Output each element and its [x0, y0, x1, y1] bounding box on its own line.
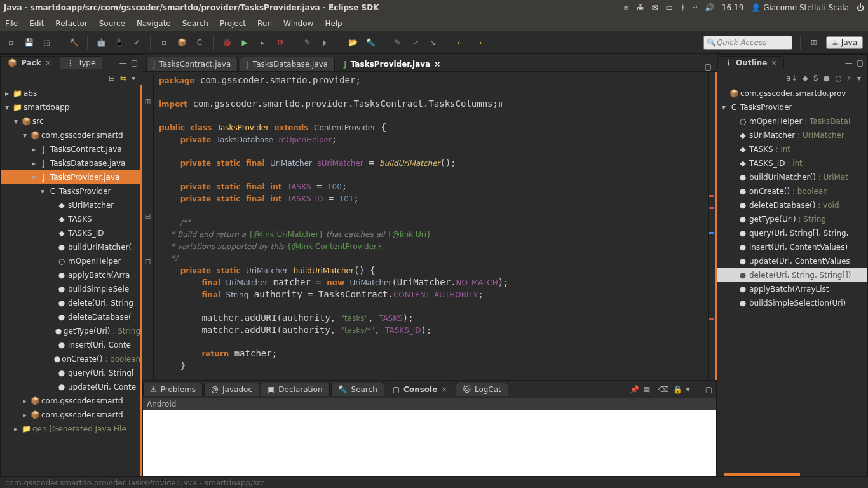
tab-outline[interactable]: ⋮ Outline × — [717, 56, 784, 69]
fold-icon[interactable]: ⊟ — [142, 212, 153, 223]
outline-row[interactable]: ●applyBatch(ArrayList — [717, 282, 867, 296]
back-icon[interactable]: ← — [455, 37, 466, 48]
tree-row[interactable]: ◆TASKS_ID — [1, 226, 140, 240]
new-test-icon[interactable]: ✎ — [302, 37, 313, 48]
print-icon[interactable]: 🖶 — [637, 3, 644, 12]
mail-icon[interactable]: ✉ — [652, 3, 658, 12]
outline-row[interactable]: ◆TASKS_ID : int — [717, 156, 867, 170]
outline-row[interactable]: ◆TASKS : int — [717, 142, 867, 156]
maximize-icon[interactable]: ▢ — [705, 385, 712, 394]
clock[interactable]: 16.19 — [722, 3, 743, 12]
outline-row[interactable]: 📦com.gsscoder.smartdo.prov — [717, 86, 867, 100]
tree-row[interactable]: ●onCreate() : boolean — [1, 352, 140, 366]
tree-row[interactable]: ○mOpenHelper — [1, 254, 140, 268]
battery-icon[interactable]: ▭ — [666, 3, 673, 12]
collapse-all-icon[interactable]: ⊟ — [109, 74, 115, 83]
new-icon[interactable]: ▫ — [5, 37, 17, 48]
search-icon[interactable]: 🔦 — [365, 37, 376, 48]
outline-tree[interactable]: 📦com.gsscoder.smartdo.prov▾CTasksProvide… — [717, 85, 867, 471]
minimize-icon[interactable]: — — [694, 385, 702, 394]
menu-project[interactable]: Project — [220, 19, 246, 28]
tab-javadoc[interactable]: @ Javadoc — [204, 383, 259, 396]
menu-source[interactable]: Source — [99, 19, 125, 28]
tab-package[interactable]: 📦 Pack × — [1, 56, 58, 69]
minimize-icon[interactable]: — — [845, 58, 853, 67]
tree-row[interactable]: ●query(Uri, String[ — [1, 366, 140, 380]
saveall-icon[interactable]: ⿻ — [41, 37, 52, 48]
tab-logcat[interactable]: 🐱 LogCat — [456, 383, 508, 396]
menu-help[interactable]: Help — [325, 19, 342, 28]
scroll-lock-icon[interactable]: 🔒 — [673, 385, 682, 394]
outline-row[interactable]: ●query(Uri, String[], String, — [717, 226, 867, 240]
tab-search[interactable]: 🔦 Search — [331, 383, 384, 396]
save-icon[interactable]: 💾 — [23, 37, 34, 48]
ext-tools-icon[interactable]: ⚙ — [275, 37, 286, 48]
focus-icon[interactable]: ⚡ — [847, 74, 852, 83]
outline-row[interactable]: ●insert(Uri, ContentValues) — [717, 240, 867, 254]
run-last-icon[interactable]: ▸ — [257, 37, 268, 48]
tree-row[interactable]: ▸JTasksDatabase.java — [1, 156, 140, 170]
perspective-java[interactable]: ☕ Java — [826, 36, 863, 49]
run-icon[interactable]: ▶ — [239, 37, 250, 48]
menu-file[interactable]: File — [5, 19, 18, 28]
display-console-icon[interactable]: ▤ — [643, 385, 650, 394]
menu-search[interactable]: Search — [182, 19, 208, 28]
build-icon[interactable]: 🔨 — [68, 37, 79, 48]
prev-ann-icon[interactable]: ↘ — [428, 37, 439, 48]
toggle-mark-icon[interactable]: ✎ — [392, 37, 403, 48]
open-console-icon[interactable]: ▾ — [686, 385, 690, 394]
outline-row[interactable]: ◆sUriMatcher : UriMatcher — [717, 128, 867, 142]
tree-row[interactable]: ●update(Uri, Conte — [1, 380, 140, 394]
fold-icon[interactable]: ⊞ — [142, 97, 153, 109]
editor-gutter[interactable]: ⊞ ⊟ ⊟ — [142, 72, 154, 380]
tree-row[interactable]: ▸📦com.gsscoder.smartd — [1, 394, 140, 408]
outline-row[interactable]: ●update(Uri, ContentValues — [717, 254, 867, 268]
editor-tab-provider[interactable]: J TasksProvider.java × — [337, 57, 447, 71]
wifi-icon[interactable]: ⌔ — [693, 3, 697, 12]
minimize-icon[interactable]: — — [119, 58, 127, 67]
outline-row[interactable]: ●delete(Uri, String, String[]) — [717, 268, 867, 282]
console-body[interactable] — [143, 410, 716, 476]
tab-console[interactable]: ▢ Console × — [386, 383, 455, 396]
tree-row[interactable]: ▾📦src — [1, 114, 140, 128]
close-icon[interactable]: × — [771, 58, 777, 67]
close-icon[interactable]: × — [434, 60, 440, 69]
tab-type[interactable]: ⋮ Type — [60, 56, 103, 69]
tree-row[interactable]: ●applyBatch(Arra — [1, 268, 140, 282]
minimize-icon[interactable]: — — [692, 62, 700, 71]
tree-row[interactable]: ▸📁abs — [1, 86, 140, 100]
tree-row[interactable]: ▾📁smartdoapp — [1, 100, 140, 114]
outline-row[interactable]: ●buildSimpleSelection(Uri) — [717, 296, 867, 310]
tree-row[interactable]: ▾CTasksProvider — [1, 184, 140, 198]
link-editor-icon[interactable]: ⇆ — [120, 74, 126, 83]
tree-row[interactable]: ●buildSimpleSele — [1, 282, 140, 296]
close-icon[interactable]: × — [45, 58, 51, 67]
android-sdk-icon[interactable]: 🤖 — [95, 37, 107, 48]
fold-icon[interactable]: ⊟ — [142, 257, 153, 269]
tree-row[interactable]: ●getType(Uri) : String — [1, 324, 140, 338]
outline-row[interactable]: ●onCreate() : boolean — [717, 184, 867, 198]
power-icon[interactable]: ⏻ — [857, 3, 864, 12]
tree-row[interactable]: ▸📦com.gsscoder.smartd — [1, 408, 140, 422]
tree-row[interactable]: ◆sUriMatcher — [1, 198, 140, 212]
new-project-icon[interactable]: ▫ — [158, 37, 170, 48]
debug-icon[interactable]: 🐞 — [221, 37, 233, 48]
overview-ruler[interactable] — [708, 72, 715, 380]
user-menu[interactable]: 👤 Giacomo Stelluti Scala — [751, 3, 849, 12]
view-menu-icon[interactable]: ▾ — [857, 74, 861, 83]
package-tree[interactable]: ▸📁abs▾📁smartdoapp▾📦src▾📦com.gsscoder.sma… — [1, 85, 142, 476]
code-area[interactable]: package com.gsscoder.smartdo.provider; i… — [154, 72, 708, 380]
maximize-icon[interactable]: ▢ — [131, 58, 138, 67]
tree-row[interactable]: ●deleteDatabase( — [1, 310, 140, 324]
tree-row[interactable]: ◆TASKS — [1, 212, 140, 226]
tab-declaration[interactable]: ▣ Declaration — [261, 383, 330, 396]
hide-local-icon[interactable]: ○ — [835, 74, 841, 83]
editor-tab-database[interactable]: J TasksDatabase.java — [240, 57, 335, 71]
view-menu-icon[interactable]: ▾ — [132, 74, 135, 83]
lint-icon[interactable]: ✔ — [131, 37, 142, 48]
tree-row[interactable]: ▸📁gen [Generated Java File — [1, 422, 140, 436]
clear-console-icon[interactable]: ⌫ — [658, 385, 669, 394]
outline-row[interactable]: ▾CTasksProvider — [717, 100, 867, 114]
maximize-icon[interactable]: ▢ — [857, 58, 864, 67]
volume-icon[interactable]: 🔊 — [705, 3, 714, 12]
